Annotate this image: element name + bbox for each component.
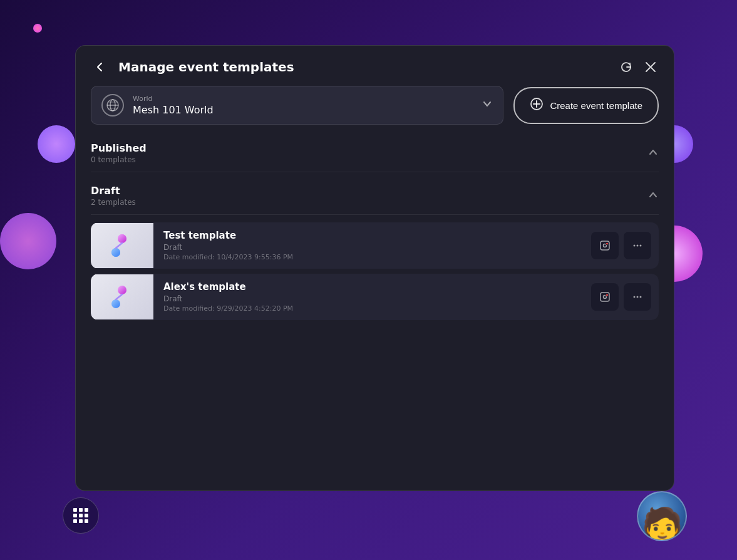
toolbar: World Mesh 101 World Create event templa… [76,86,674,135]
template-item: Test template Draft Date modified: 10/4/… [91,222,659,269]
world-selector[interactable]: World Mesh 101 World [91,86,503,125]
svg-line-12 [116,243,122,248]
published-section-info: Published 0 templates [91,142,147,164]
grid-icon [73,508,88,523]
published-section: Published 0 templates [91,135,659,172]
header-actions [617,58,659,76]
template-status: Draft [163,243,574,252]
svg-line-21 [116,294,122,299]
bg-orb-3 [0,213,56,269]
template-date: Date modified: 9/29/2023 4:52:20 PM [163,304,574,313]
template-info: Test template Draft Date modified: 10/4/… [153,222,584,269]
svg-point-18 [640,245,642,247]
close-button[interactable] [642,58,659,76]
svg-point-19 [118,286,126,294]
world-icon [101,94,124,117]
draft-chevron-icon [647,189,659,203]
draft-section-count: 2 templates [91,198,136,207]
template-publish-button[interactable] [591,283,619,311]
world-label: World [133,95,473,103]
draft-section: Draft 2 templates [91,177,659,320]
draft-section-header[interactable]: Draft 2 templates [91,177,659,215]
template-more-button[interactable] [624,232,651,259]
create-button-label: Create event template [550,100,642,111]
template-info: Alex's template Draft Date modified: 9/2… [153,274,584,320]
dialog-header: Manage event templates [76,46,674,86]
svg-point-26 [637,296,639,298]
template-thumbnail [91,223,153,268]
svg-point-24 [606,294,609,296]
templates-content: Published 0 templates Draft 2 templates [76,135,674,490]
app-grid-button[interactable] [63,497,99,534]
refresh-button[interactable] [617,58,635,76]
svg-point-9 [118,234,126,243]
user-avatar[interactable]: 🧑 [637,491,687,541]
template-actions [584,283,659,311]
svg-point-25 [634,296,636,298]
template-name: Alex's template [163,281,574,293]
world-name: Mesh 101 World [133,104,473,116]
template-status: Draft [163,294,574,303]
svg-point-17 [637,245,639,247]
template-date: Date modified: 10/4/2023 9:55:36 PM [163,253,574,261]
dialog-title: Manage event templates [118,60,607,75]
draft-templates-list: Test template Draft Date modified: 10/4/… [91,215,659,320]
world-info: World Mesh 101 World [133,95,473,116]
published-section-title: Published [91,142,147,154]
template-actions [584,232,659,259]
template-publish-button[interactable] [591,232,619,259]
svg-point-20 [111,299,120,308]
draft-section-title: Draft [91,185,136,197]
plus-circle-icon [530,97,544,114]
bg-orb-2 [38,125,75,163]
draft-section-info: Draft 2 templates [91,185,136,207]
svg-point-11 [111,248,120,257]
manage-templates-dialog: Manage event templates [75,45,674,491]
svg-point-15 [606,242,609,245]
back-button[interactable] [91,58,108,76]
chevron-down-icon [482,98,493,112]
template-item: Alex's template Draft Date modified: 9/2… [91,274,659,320]
svg-point-27 [640,296,642,298]
create-event-template-button[interactable]: Create event template [513,87,659,124]
svg-point-16 [634,245,636,247]
template-more-button[interactable] [624,283,651,311]
template-name: Test template [163,230,574,241]
published-section-header[interactable]: Published 0 templates [91,135,659,172]
template-thumbnail [91,274,153,319]
published-chevron-icon [647,147,659,160]
bg-orb-1 [33,24,42,33]
published-section-count: 0 templates [91,155,147,164]
